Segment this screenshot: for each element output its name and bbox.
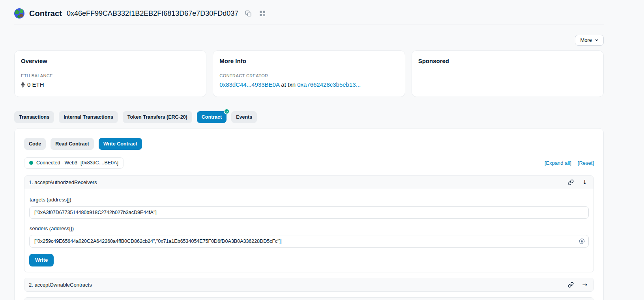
qr-code-icon[interactable] xyxy=(258,9,267,18)
method-item-accept-ownable-contracts: 2. acceptOwnableContracts → xyxy=(24,278,594,292)
subtab-write-contract[interactable]: Write Contract xyxy=(99,138,142,150)
creator-address-link[interactable]: 0x83dC44...4933BE0A xyxy=(219,81,279,88)
contract-creator-row: 0x83dC44...4933BE0A at txn 0xa7662428c3b… xyxy=(219,81,398,88)
panel-action-links: [Expand all] [Reset] xyxy=(545,160,594,166)
method-item-accept-authorized-receivers: 1. acceptAuthorizedReceivers ↓ targets (… xyxy=(24,175,594,272)
subtab-code[interactable]: Code xyxy=(24,138,46,150)
info-cards: Overview ETH BALANCE 0 ETH More Info CON… xyxy=(14,50,604,97)
more-button-label: More xyxy=(580,37,592,43)
more-info-card-title: More Info xyxy=(219,58,398,64)
method-item-partial[interactable] xyxy=(24,297,594,300)
more-dropdown-button[interactable]: More xyxy=(575,35,604,46)
password-manager-lock-icon[interactable] xyxy=(579,239,585,244)
text-cursor xyxy=(281,239,281,244)
method-header[interactable]: 1. acceptAuthorizedReceivers ↓ xyxy=(24,176,593,189)
expand-all-link[interactable]: [Expand all] xyxy=(545,160,571,166)
method-title: 1. acceptAuthorizedReceivers xyxy=(29,179,97,185)
method-header[interactable]: 2. acceptOwnableContracts → xyxy=(24,278,593,291)
page-title: Contract xyxy=(29,9,62,18)
senders-input-value: ["0x259c49E65644a020C2A642260a4ffB0CD862… xyxy=(34,239,281,244)
reset-link[interactable]: [Reset] xyxy=(578,160,594,166)
ethereum-diamond-icon xyxy=(21,82,25,88)
contract-blockie-avatar xyxy=(14,8,24,19)
write-button[interactable]: Write xyxy=(29,254,54,266)
method-header-icons: ↓ xyxy=(568,179,587,185)
connected-status-text: Connected - Web3 xyxy=(36,160,77,166)
tab-events[interactable]: Events xyxy=(231,111,257,123)
tab-transactions[interactable]: Transactions xyxy=(14,111,54,123)
contract-address: 0x46eFF99CAB332f1B2EB2Ff6813D67e7D30FDd0… xyxy=(67,9,238,18)
connected-wallet-link[interactable]: [0x83dC....BE0A] xyxy=(80,160,118,166)
overview-card-title: Overview xyxy=(21,58,200,64)
expand-arrow-icon[interactable]: → xyxy=(582,282,587,288)
contract-panel: Code Read Contract Write Contract Connec… xyxy=(14,128,604,300)
method-header-icons: → xyxy=(568,282,587,288)
senders-input[interactable]: ["0x259c49E65644a020C2A642260a4ffB0CD862… xyxy=(29,235,589,248)
method-title: 2. acceptOwnableContracts xyxy=(29,282,92,288)
eth-balance-label: ETH BALANCE xyxy=(21,73,200,78)
toolbar: More xyxy=(14,35,604,46)
chevron-down-icon xyxy=(595,38,599,42)
subtab-read-contract[interactable]: Read Contract xyxy=(51,138,94,150)
creation-txn-link[interactable]: 0xa7662428c3b5eb13... xyxy=(297,81,361,88)
contract-header: Contract 0x46eFF99CAB332f1B2EB2Ff6813D67… xyxy=(14,0,604,24)
permalink-chain-icon[interactable] xyxy=(568,282,574,288)
sponsored-card-title: Sponsored xyxy=(418,58,597,64)
overview-card: Overview ETH BALANCE 0 ETH xyxy=(14,50,206,97)
sponsored-card: Sponsored xyxy=(412,50,604,97)
senders-field-label: senders (address[]) xyxy=(30,225,589,231)
permalink-chain-icon[interactable] xyxy=(568,179,574,185)
verified-check-icon xyxy=(224,108,230,114)
copy-address-icon[interactable] xyxy=(244,9,253,18)
tab-token-transfers[interactable]: Token Transfers (ERC-20) xyxy=(123,111,192,123)
targets-input-value: ["0xA3f07D6773514480b918C2742b027b3acD9E… xyxy=(34,210,157,215)
connect-row: Connected - Web3 [0x83dC....BE0A] [Expan… xyxy=(24,157,594,169)
tab-contract-label: Contract xyxy=(202,114,222,120)
targets-input[interactable]: ["0xA3f07D6773514480b918C2742b027b3acD9E… xyxy=(29,206,589,219)
more-info-card: More Info CONTRACT CREATOR 0x83dC44...49… xyxy=(213,50,405,97)
connected-status-dot-icon xyxy=(29,161,33,165)
collapse-arrow-icon[interactable]: ↓ xyxy=(582,179,587,185)
main-tabs: Transactions Internal Transactions Token… xyxy=(14,111,604,123)
eth-balance-value: 0 ETH xyxy=(27,81,44,88)
method-header[interactable] xyxy=(24,298,593,300)
tab-contract[interactable]: Contract xyxy=(197,111,227,123)
at-txn-text: at txn xyxy=(281,81,296,88)
contract-subtabs: Code Read Contract Write Contract xyxy=(24,138,594,150)
page-container: Contract 0x46eFF99CAB332f1B2EB2Ff6813D67… xyxy=(14,0,604,300)
tab-internal-transactions[interactable]: Internal Transactions xyxy=(59,111,118,123)
contract-creator-label: CONTRACT CREATOR xyxy=(219,73,398,78)
wallet-connect-status[interactable]: Connected - Web3 [0x83dC....BE0A] xyxy=(24,157,124,169)
targets-field-label: targets (address[]) xyxy=(30,197,589,203)
eth-balance-value-row: 0 ETH xyxy=(21,81,200,88)
method-body: targets (address[]) ["0xA3f07D6773514480… xyxy=(24,189,593,272)
